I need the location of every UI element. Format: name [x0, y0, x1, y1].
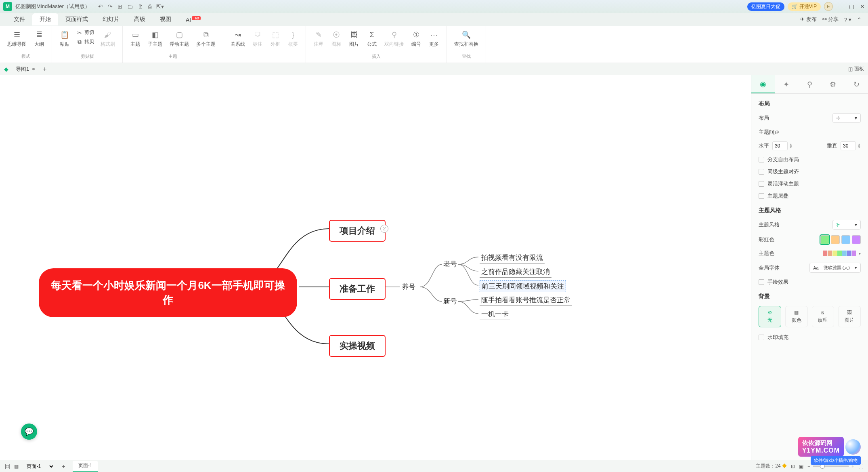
layout-select[interactable]: ⊹▾ [832, 113, 861, 123]
mindmap-mode-button[interactable]: ☰思维导图 [4, 28, 30, 49]
collapse-ribbon-icon[interactable]: ⌃ [857, 17, 862, 23]
page-list-icon[interactable]: ▦ [14, 464, 19, 469]
ai-chat-button[interactable]: 💬 [21, 424, 37, 440]
zoom-out-button[interactable]: − [807, 464, 810, 469]
ck-align[interactable]: 同级主题对齐 [759, 168, 861, 175]
add-page-button[interactable]: + [59, 462, 68, 470]
h-spacing-input[interactable]: ▲▼ [772, 141, 793, 150]
sp-tab-layout[interactable]: ◉ [751, 75, 775, 93]
mm-root-node[interactable]: 每天看一个小时娱乐新闻一个月6K一部手机即可操作 [39, 268, 297, 317]
ck-overlap[interactable]: 主题层叠 [759, 192, 861, 200]
font-select[interactable]: Aa微软雅黑 (大)▾ [809, 263, 861, 273]
outline-view-icon[interactable]: |□| [5, 464, 10, 469]
help-icon[interactable]: ? ▾ [844, 17, 851, 23]
share-button[interactable]: ⚯ 分享 [822, 16, 839, 23]
format-painter-button[interactable]: 🖌格式刷 [97, 28, 118, 49]
publish-button[interactable]: ✈ 发布 [800, 16, 817, 23]
mm-node-video[interactable]: 实操视频 [329, 335, 386, 357]
menu-start[interactable]: 开始 [32, 13, 58, 25]
user-avatar[interactable]: E [824, 2, 833, 11]
mm-node-prep[interactable]: 准备工作 [329, 278, 386, 300]
summary-button[interactable]: }概要 [285, 28, 302, 49]
doc-tab-1[interactable]: 导图1 [11, 64, 40, 74]
v-spacing-input[interactable]: ▲▼ [841, 141, 861, 150]
note-button[interactable]: ✎注释 [310, 28, 327, 49]
watermark-text: 依依源码网Y1YM.COM [798, 437, 844, 457]
rainbow-1[interactable] [820, 235, 829, 244]
mm-leaf-3-selected[interactable]: 前三天刷同领域视频和关注 [480, 280, 566, 292]
image-button[interactable]: 🖼图片 [346, 28, 363, 49]
outline-mode-button[interactable]: ≣大纲 [31, 28, 48, 49]
ck-flex[interactable]: 灵活浮动主题 [759, 180, 861, 188]
print-icon[interactable]: ⎙ [148, 3, 151, 10]
floating-topic-button[interactable]: ▢浮动主题 [166, 28, 192, 49]
save-icon[interactable]: 🗎 [138, 3, 143, 10]
topic-button[interactable]: ▭主题 [127, 28, 144, 49]
multi-topic-button[interactable]: ⧉多个主题 [193, 28, 219, 49]
fit-icon[interactable]: ⊡ [791, 464, 795, 469]
formula-button[interactable]: Σ公式 [363, 28, 380, 49]
vip-button[interactable]: 🛒 开通VIP [788, 2, 821, 11]
mm-leaf-2[interactable]: 之前作品隐藏关注取消 [480, 266, 551, 278]
undo-icon[interactable]: ↶ [98, 3, 103, 10]
theme-color-swatches[interactable] [823, 251, 856, 256]
maximize-icon[interactable]: ▢ [849, 3, 854, 10]
relation-button[interactable]: ↝关系线 [227, 28, 248, 49]
subtopic-button[interactable]: ◧子主题 [145, 28, 166, 49]
bg-none[interactable]: ⊘无 [759, 306, 781, 327]
menu-pagestyle[interactable]: 页面样式 [58, 13, 95, 25]
menu-slideshow[interactable]: 幻灯片 [95, 13, 127, 25]
minimize-icon[interactable]: — [838, 3, 843, 10]
bg-image[interactable]: 🖼图片 [838, 306, 861, 327]
close-icon[interactable]: ✕ [860, 3, 865, 10]
paste-button[interactable]: 📋粘贴 [56, 28, 73, 49]
new-icon[interactable]: ⊞ [117, 3, 122, 10]
mm-label-yanghao[interactable]: 养号 [402, 282, 415, 291]
copy-button[interactable]: ⧉拷贝 [74, 38, 96, 46]
boundary-button[interactable]: ⬚外框 [267, 28, 284, 49]
canvas[interactable]: 每天看一个小时娱乐新闻一个月6K一部手机即可操作 项目介绍 2 准备工作 实操视… [0, 75, 751, 460]
menu-ai[interactable]: AIHot [178, 14, 208, 25]
menu-view[interactable]: 视图 [153, 13, 178, 25]
view-mode-icon[interactable]: ▣ [799, 464, 803, 469]
insert-icon-button[interactable]: ⦿图标 [328, 28, 345, 49]
mm-label-newacct[interactable]: 新号 [443, 297, 457, 306]
panel-toggle-button[interactable]: ◫ 面板 [848, 65, 864, 72]
style-select[interactable]: ⊱▾ [832, 220, 861, 230]
mm-label-oldacct[interactable]: 老号 [443, 259, 457, 269]
ck-watermark[interactable]: 水印填充 [759, 334, 861, 341]
sp-tab-marker[interactable]: ⚲ [798, 75, 822, 93]
mm-leaf-1[interactable]: 拍视频看有没有限流 [480, 252, 545, 263]
ck-free-layout[interactable]: 分支自由布局 [759, 156, 861, 163]
promo-badge[interactable]: 亿图夏日大促 [747, 2, 784, 11]
menu-file[interactable]: 文件 [6, 13, 32, 25]
open-icon[interactable]: 🗀 [127, 3, 133, 10]
sp-tab-history[interactable]: ↻ [845, 75, 868, 93]
add-tab-button[interactable]: + [40, 65, 50, 73]
sp-tab-style[interactable]: ✦ [775, 75, 798, 93]
mm-leaf-5[interactable]: 一机一卡 [480, 309, 510, 320]
bg-texture[interactable]: ⧅纹理 [812, 306, 834, 327]
more-button[interactable]: ⋯更多 [426, 28, 442, 49]
menu-advanced[interactable]: 高级 [127, 13, 153, 25]
page-tab-1[interactable]: 页面-1 [73, 461, 98, 472]
bg-color[interactable]: ▦颜色 [785, 306, 808, 327]
page-select[interactable]: 页面-1 [23, 462, 55, 470]
hyperlink-button[interactable]: ⚲双向链接 [381, 28, 407, 49]
export-icon[interactable]: ⇱▾ [156, 3, 164, 10]
mm-collapse-badge[interactable]: 2 [380, 225, 388, 233]
ck-handdrawn[interactable]: 手绘效果 [759, 278, 861, 286]
number-button[interactable]: ①编号 [408, 28, 425, 49]
rainbow-2[interactable] [831, 235, 840, 244]
mm-node-intro[interactable]: 项目介绍 [329, 220, 386, 242]
sp-tab-gear[interactable]: ⚙ [821, 75, 845, 93]
redo-icon[interactable]: ↷ [108, 3, 113, 10]
cut-button[interactable]: ✂剪切 [74, 28, 96, 37]
rainbow-4[interactable] [852, 235, 861, 244]
zoom-slider[interactable] [813, 466, 849, 467]
rainbow-3[interactable] [841, 235, 850, 244]
callout-button[interactable]: 🗨标注 [249, 28, 266, 49]
mm-leaf-4[interactable]: 随手拍看看账号推流是否正常 [480, 295, 572, 306]
find-replace-button[interactable]: 🔍查找和替换 [451, 28, 482, 49]
theme-color-dropdown[interactable]: ▾ [859, 251, 861, 256]
